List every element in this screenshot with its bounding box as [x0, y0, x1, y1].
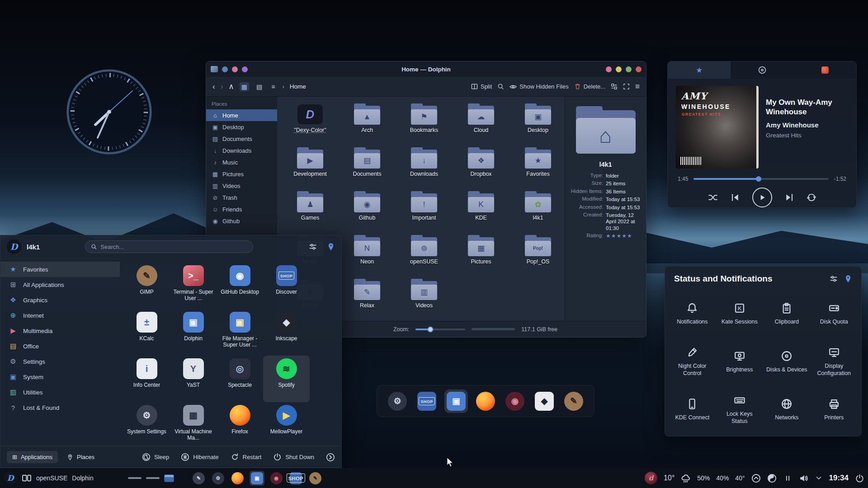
folder-item[interactable]: ✿ l4k1	[509, 190, 565, 234]
places-item[interactable]: ⌂ Home	[206, 109, 277, 121]
monitor-value-2[interactable]: 40%	[716, 474, 729, 482]
status-item-printers[interactable]: Printers	[811, 386, 858, 434]
compact-view-button[interactable]: ▤	[255, 82, 264, 91]
launcher-app[interactable]: ✎ GIMP	[123, 263, 170, 309]
launcher-app[interactable]: i Info Center	[123, 356, 170, 402]
folder-item[interactable]: ☁ Cloud	[453, 102, 509, 146]
category-item[interactable]: ? Lost & Found	[0, 400, 120, 415]
dock-item[interactable]: ◆	[533, 389, 556, 413]
status-item-clipboard[interactable]: Clipboard	[763, 290, 811, 338]
up-button[interactable]: ∧	[228, 82, 234, 91]
folder-item[interactable]: ⚑ Bookmarks	[396, 102, 453, 146]
taskbar-app[interactable]: ⚙	[211, 471, 226, 486]
shutdown-button[interactable]: Shut Down	[273, 453, 314, 461]
folder-item[interactable]: ♟ Games	[282, 190, 339, 234]
session-power-icon[interactable]	[855, 474, 864, 483]
tab-media-app[interactable]	[793, 61, 856, 79]
places-item[interactable]: ▣ Desktop	[206, 121, 277, 133]
forward-button[interactable]: ›	[221, 82, 223, 91]
previous-icon[interactable]	[730, 192, 741, 203]
pin-icon[interactable]	[844, 275, 852, 283]
shuffle-icon[interactable]	[708, 192, 718, 202]
weather-cloud-icon[interactable]	[681, 473, 691, 483]
dock-item[interactable]: ▣	[444, 389, 468, 413]
hamburger-menu-icon[interactable]: ≡	[635, 82, 640, 91]
taskbar-app[interactable]: ✎	[191, 471, 206, 486]
titlebar-button-pink2[interactable]	[606, 66, 612, 72]
dolphin-titlebar[interactable]: Home — Dolphin	[206, 61, 646, 77]
icons-view-button[interactable]: ▦	[240, 82, 249, 91]
folder-item[interactable]: ▣ Desktop	[509, 102, 565, 146]
zoom-slider[interactable]	[415, 328, 465, 330]
folder-item[interactable]: ! Important	[396, 190, 453, 234]
launcher-app[interactable]: ▶ MellowPlayer	[263, 402, 310, 449]
details-view-button[interactable]: ≡	[269, 82, 277, 91]
status-item-night-color[interactable]: Night Color Control	[669, 338, 716, 386]
titlebar-button-purple[interactable]	[242, 66, 248, 72]
search-icon[interactable]	[497, 83, 504, 90]
folder-item[interactable]: ▦ Pictures	[453, 234, 509, 277]
launcher-app[interactable]: ± KCalc	[123, 309, 170, 356]
rating-row[interactable]: Rating: ★★★★★	[570, 233, 642, 239]
launcher-app[interactable]: ◉ GitHub Desktop	[217, 263, 263, 309]
configure-icon[interactable]	[309, 243, 317, 251]
folder-item[interactable]: ▲ Arch	[339, 102, 396, 146]
monitor-value-1[interactable]: 50%	[697, 474, 710, 482]
places-item[interactable]: ⊘ Trash	[206, 192, 277, 203]
launcher-app[interactable]: ◆ Inkscape	[263, 309, 310, 356]
places-item[interactable]: ▦ Pictures	[206, 168, 277, 180]
show-hidden-files-button[interactable]: Show Hidden Files	[509, 83, 568, 90]
places-item[interactable]: ↓ Downloads	[206, 145, 277, 156]
taskbar-app[interactable]	[230, 471, 245, 486]
select-mode-icon[interactable]	[611, 83, 618, 90]
tab-applications[interactable]: ⊞ Applications	[7, 451, 58, 463]
task-entry-minimized[interactable]	[146, 477, 160, 479]
panel-app-label[interactable]: Dolphin	[72, 474, 93, 482]
taskbar-app[interactable]: SHOP	[288, 471, 303, 486]
tab-favorites[interactable]: ★	[668, 61, 731, 79]
status-item-display-configuration[interactable]: Display Configuration	[811, 338, 858, 386]
launcher-app[interactable]: ⚙ System Settings	[123, 402, 170, 449]
delete-button[interactable]: Delete...	[574, 83, 605, 90]
category-item[interactable]: ▥ Utilities	[0, 385, 120, 400]
pin-icon[interactable]	[327, 243, 335, 251]
task-entry-window[interactable]	[164, 474, 174, 482]
play-button[interactable]	[752, 188, 772, 207]
night-color-icon[interactable]	[767, 474, 777, 483]
dock-item[interactable]: ⚙	[386, 389, 409, 413]
close-button[interactable]	[636, 66, 642, 72]
category-item[interactable]: ❖ Graphics	[0, 292, 120, 308]
minimize-button[interactable]	[616, 66, 622, 72]
status-item-networks[interactable]: Networks	[763, 386, 811, 434]
folder-item[interactable]: ★ Favorites	[509, 146, 565, 190]
status-item-lock-keys[interactable]: Lock Keys Status	[716, 386, 764, 434]
places-item[interactable]: ▤ Documents	[206, 133, 277, 145]
launcher-app[interactable]: ▦ Virtual Machine Ma...	[170, 402, 217, 449]
category-item[interactable]: ▶ Multimedia	[0, 323, 120, 338]
folder-item[interactable]: K KDE	[453, 190, 509, 234]
configure-icon[interactable]	[830, 275, 838, 283]
folder-item[interactable]: ▥ Videos	[396, 277, 453, 321]
folder-item[interactable]: ↓ Downloads	[396, 146, 453, 190]
monitor-value-3[interactable]: 40°	[735, 474, 745, 482]
sleep-button[interactable]: Sleep	[142, 453, 169, 461]
launcher-app[interactable]: ◎ Spectacle	[217, 356, 263, 402]
breadcrumb[interactable]: Home	[290, 83, 306, 90]
launcher-app[interactable]: ≋ Spotify	[263, 356, 310, 402]
taskbar-app[interactable]: ◉	[269, 471, 284, 486]
folder-item[interactable]: ❖ Dropbox	[453, 146, 509, 190]
weather-temperature[interactable]: 10°	[664, 474, 675, 482]
taskbar-app[interactable]: ✎	[308, 471, 323, 486]
split-button[interactable]: Split	[471, 83, 492, 90]
folder-item[interactable]: D "Dexy-Color"	[282, 102, 339, 146]
category-item[interactable]: ⊞ All Applications	[0, 277, 120, 292]
places-item[interactable]: ♪ Music	[206, 156, 277, 168]
places-item[interactable]: ▥ Videos	[206, 180, 277, 192]
hibernate-button[interactable]: Hibernate	[181, 453, 218, 461]
launcher-app[interactable]: SHOP Discover	[263, 263, 310, 309]
fullscreen-icon[interactable]	[623, 83, 630, 90]
category-item[interactable]: ★ Favorites	[0, 262, 120, 277]
status-item-brightness[interactable]: Brightness	[716, 338, 764, 386]
dock-item[interactable]: SHOP	[415, 389, 439, 413]
titlebar-button-blue[interactable]	[222, 66, 228, 72]
